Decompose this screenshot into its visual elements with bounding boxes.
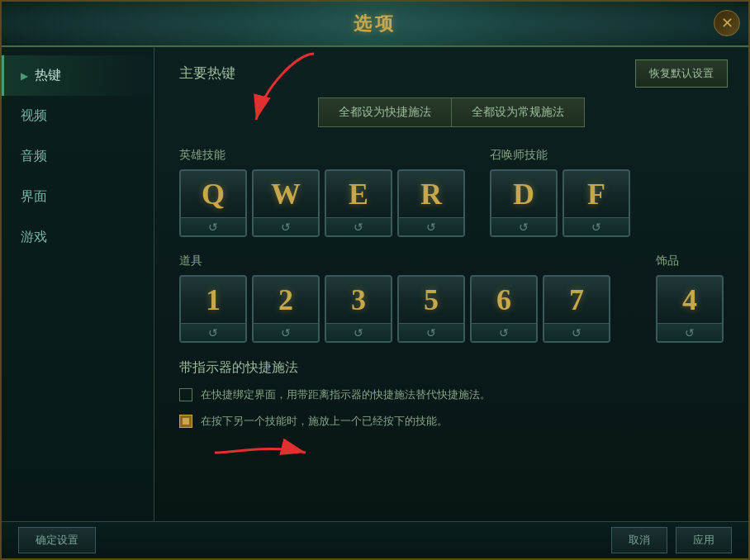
shortcut-section: 带指示器的快捷施法 在快捷绑定界面，用带距离指示器的快捷施法替代快捷施法。 在按… <box>179 359 724 429</box>
hero-skills-group: 英雄技能 Q ↺ W ↺ E ↺ <box>179 148 465 237</box>
sidebar: ▶ 热键 视频 音频 界面 游戏 <box>2 47 154 521</box>
accessory-keys-row: 4 ↺ <box>656 275 724 343</box>
accessories-label: 饰品 <box>656 254 724 268</box>
title-bar: 选项 ✕ <box>2 2 748 47</box>
sidebar-item-interface[interactable]: 界面 <box>2 177 154 217</box>
items-keys-row: 1 ↺ 2 ↺ 3 ↺ 5 ↺ <box>179 275 631 343</box>
summoner-skills-label: 召唤师技能 <box>490 148 724 163</box>
confirm-button[interactable]: 确定设置 <box>18 527 96 553</box>
restore-defaults-button[interactable]: 恢复默认设置 <box>635 59 728 88</box>
checkbox-2[interactable] <box>179 415 192 428</box>
key-3-button[interactable]: 3 ↺ <box>325 275 392 343</box>
dialog-title: 选项 <box>354 12 396 36</box>
checkbox-row-2: 在按下另一个技能时，施放上一个已经按下的技能。 <box>179 413 724 429</box>
sidebar-item-video[interactable]: 视频 <box>2 96 154 136</box>
summoner-skills-group: 召唤师技能 D ↺ F ↺ <box>490 148 724 237</box>
main-panel: 恢复默认设置 主要热键 全都设为快捷施法 全都设为常规施法 英雄技能 Q ↺ <box>154 47 748 521</box>
content-area: ▶ 热键 视频 音频 界面 游戏 恢复默认设置 主要热键 全都设为快捷施法 <box>2 47 748 521</box>
key-7-button[interactable]: 7 ↺ <box>543 275 610 343</box>
key-1-button[interactable]: 1 ↺ <box>179 275 247 343</box>
set-normal-cast-button[interactable]: 全都设为常规施法 <box>451 97 585 127</box>
footer: 确定设置 取消 应用 <box>2 521 748 558</box>
key-r-button[interactable]: R ↺ <box>397 169 465 237</box>
checkbox-1-label: 在快捷绑定界面，用带距离指示器的快捷施法替代快捷施法。 <box>201 387 491 403</box>
checkbox-row-1: 在快捷绑定界面，用带距离指示器的快捷施法替代快捷施法。 <box>179 387 724 403</box>
cancel-button[interactable]: 取消 <box>611 527 667 553</box>
sidebar-item-hotkeys[interactable]: ▶ 热键 <box>2 55 154 96</box>
checkbox-2-label: 在按下另一个技能时，施放上一个已经按下的技能。 <box>201 413 448 429</box>
key-2-button[interactable]: 2 ↺ <box>252 275 320 343</box>
key-6-button[interactable]: 6 ↺ <box>470 275 538 343</box>
key-4-button[interactable]: 4 ↺ <box>656 275 724 343</box>
sidebar-item-game[interactable]: 游戏 <box>2 217 154 258</box>
hero-skills-label: 英雄技能 <box>179 148 465 163</box>
close-button[interactable]: ✕ <box>714 10 740 36</box>
arrow-icon: ▶ <box>21 70 28 82</box>
items-label: 道具 <box>179 254 631 268</box>
hotkey-mode-buttons: 全都设为快捷施法 全都设为常规施法 <box>179 97 724 127</box>
hero-keys-row: Q ↺ W ↺ E ↺ R ↺ <box>179 169 465 237</box>
key-5-button[interactable]: 5 ↺ <box>397 275 465 343</box>
key-w-button[interactable]: W ↺ <box>252 169 320 237</box>
main-container: 选项 ✕ ▶ 热键 视频 音频 界面 游戏 恢复默认设置 <box>0 0 750 560</box>
key-q-button[interactable]: Q ↺ <box>179 169 247 237</box>
key-d-button[interactable]: D ↺ <box>490 169 558 237</box>
shortcut-title: 带指示器的快捷施法 <box>179 359 724 377</box>
checkbox-1[interactable] <box>179 388 192 401</box>
items-group: 道具 1 ↺ 2 ↺ 3 ↺ <box>179 254 631 343</box>
apply-button[interactable]: 应用 <box>676 527 732 553</box>
key-groups-row1: 英雄技能 Q ↺ W ↺ E ↺ <box>179 148 724 237</box>
accessories-group: 饰品 4 ↺ <box>656 254 724 343</box>
key-e-button[interactable]: E ↺ <box>325 169 392 237</box>
summoner-keys-row: D ↺ F ↺ <box>490 169 724 237</box>
sidebar-item-audio[interactable]: 音频 <box>2 136 154 177</box>
key-f-button[interactable]: F ↺ <box>562 169 630 237</box>
key-groups-row2: 道具 1 ↺ 2 ↺ 3 ↺ <box>179 254 724 343</box>
set-quick-cast-button[interactable]: 全都设为快捷施法 <box>318 97 451 127</box>
